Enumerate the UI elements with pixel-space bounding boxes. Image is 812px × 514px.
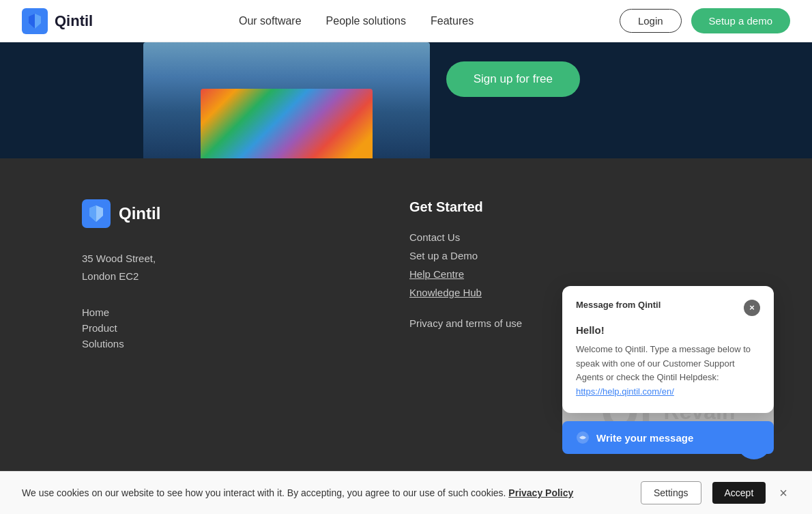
footer-address-line1: 35 Wood Street, xyxy=(82,250,355,268)
footer-link-contact[interactable]: Contact Us xyxy=(409,231,730,243)
footer-nav-product[interactable]: Product xyxy=(82,322,355,334)
hero-person-image xyxy=(143,42,430,158)
footer-logo-icon xyxy=(82,199,111,228)
login-button[interactable]: Login xyxy=(620,9,682,33)
footer-logo-text: Qintil xyxy=(119,204,160,223)
footer-nav-home[interactable]: Home xyxy=(82,306,355,318)
nav-actions: Login Setup a demo xyxy=(620,8,790,33)
footer-nav-solutions[interactable]: Solutions xyxy=(82,338,355,349)
chat-popup-header: Message from Qintil × xyxy=(576,300,760,316)
footer-get-started-title: Get Started xyxy=(409,199,730,215)
chat-from-label: Message from Qintil xyxy=(576,300,661,310)
footer-nav: Home Product Solutions xyxy=(82,306,355,349)
footer-link-help[interactable]: Help Centre xyxy=(409,268,730,280)
setup-demo-button[interactable]: Setup a demo xyxy=(691,8,790,33)
nav-link-features[interactable]: Features xyxy=(431,15,474,27)
cookie-banner: We use cookies on our website to see how… xyxy=(0,471,812,472)
chat-hello: Hello! xyxy=(576,324,760,336)
chat-from-static: Message from xyxy=(576,300,638,310)
footer-logo: Qintil xyxy=(82,199,355,228)
footer-left: Qintil 35 Wood Street, London EC2 Home P… xyxy=(82,199,355,349)
chat-write-label: Write your message xyxy=(596,432,693,444)
chat-write-icon xyxy=(576,431,590,444)
navigation: Qintil Our software People solutions Fea… xyxy=(0,0,812,42)
hero-image xyxy=(143,42,430,158)
hero-cta: Sign up for free xyxy=(446,61,580,97)
nav-link-our-software[interactable]: Our software xyxy=(239,15,302,27)
signup-button[interactable]: Sign up for free xyxy=(446,61,580,97)
chat-helpdesk-link[interactable]: https://help.qintil.com/en/ xyxy=(576,386,674,397)
chat-brand: Qintil xyxy=(638,300,661,310)
nav-links: Our software People solutions Features xyxy=(239,15,474,27)
chat-body: Welcome to Qintil. Type a message below … xyxy=(576,343,760,399)
chat-popup: Message from Qintil × Hello! Welcome to … xyxy=(562,286,774,413)
footer-link-demo[interactable]: Set up a Demo xyxy=(409,250,730,261)
chat-body-text: Welcome to Qintil. Type a message below … xyxy=(576,344,751,383)
qintil-logo-icon xyxy=(22,8,48,34)
footer-address: 35 Wood Street, London EC2 xyxy=(82,250,355,285)
footer-address-line2: London EC2 xyxy=(82,268,355,285)
nav-logo-text: Qintil xyxy=(55,12,93,30)
nav-logo[interactable]: Qintil xyxy=(22,8,93,34)
chat-close-button[interactable]: × xyxy=(744,300,760,316)
chat-write-button[interactable]: Write your message xyxy=(562,421,774,454)
nav-link-people-solutions[interactable]: People solutions xyxy=(326,15,406,27)
